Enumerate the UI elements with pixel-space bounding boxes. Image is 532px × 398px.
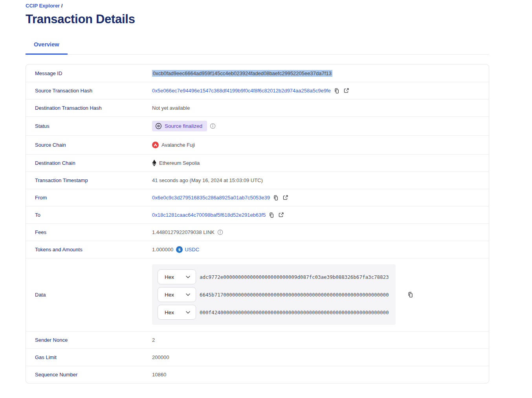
timestamp-value: 41 seconds ago (May 16, 2024 at 15:03:09… [152, 177, 263, 183]
dest-chain-label: Destination Chain [35, 160, 152, 166]
fees-value: 1.4480127922079038 LINK [152, 229, 215, 235]
data-hex-value: 000f424000000000000000000000000000000000… [200, 310, 389, 315]
data-line: Hex 000f42400000000000000000000000000000… [158, 305, 390, 320]
row-from: From 0x6e0c9c3d279516835c286a8925a01ab7c… [26, 189, 489, 206]
status-badge-label: Source finalized [165, 123, 202, 129]
chevron-down-icon [186, 276, 190, 278]
dest-tx-hash-value: Not yet available [152, 105, 190, 111]
source-tx-hash-label: Source Transaction Hash [35, 88, 152, 94]
hex-format-select[interactable]: Hex [158, 287, 196, 302]
row-message-id: Message ID 0xcb0fad9eec6664ad959f145cc4e… [26, 64, 489, 82]
copy-icon[interactable] [334, 88, 340, 94]
status-label: Status [35, 123, 152, 129]
from-label: From [35, 195, 152, 201]
svg-text:$: $ [178, 247, 181, 252]
info-icon[interactable] [210, 123, 216, 129]
tokens-label: Tokens and Amounts [35, 247, 152, 252]
data-label: Data [35, 292, 152, 298]
row-dest-chain: Destination Chain Ethereum Sepolia [26, 154, 489, 171]
transaction-details-card: Message ID 0xcb0fad9eec6664ad959f145cc4e… [26, 64, 489, 383]
dest-chain-value: Ethereum Sepolia [159, 160, 200, 166]
usdc-token-link[interactable]: $ USDC [176, 246, 199, 253]
row-source-tx-hash: Source Transaction Hash 0x5e066ec7e94496… [26, 82, 489, 99]
row-data: Data Hex adc9772e00000000000000000000000… [26, 258, 489, 331]
row-source-chain: Source Chain Avalanche Fuji [26, 135, 489, 154]
to-address-link[interactable]: 0x18c1281caac64c70098baf5f618d52e291eb63… [152, 212, 266, 218]
row-sender-nonce: Sender Nonce 2 [26, 331, 489, 348]
chevron-down-icon [186, 293, 190, 296]
avalanche-icon [152, 142, 159, 148]
status-badge: Source finalized [152, 121, 207, 131]
row-sequence-number: Sequence Number 10860 [26, 366, 489, 383]
hex-select-value: Hex [165, 274, 174, 280]
tab-overview[interactable]: Overview [26, 38, 68, 55]
copy-icon[interactable] [268, 212, 275, 218]
copy-icon[interactable] [407, 291, 414, 298]
source-chain-value: Avalanche Fuji [161, 142, 195, 148]
row-tokens-and-amounts: Tokens and Amounts 1.000000 $ USDC [26, 241, 489, 258]
token-amount-value: 1.000000 [152, 247, 173, 252]
row-status: Status Source finalized [26, 116, 489, 135]
breadcrumb-separator: / [61, 3, 63, 9]
data-hex-value: adc9772e0000000000000000000000009d087fc0… [200, 274, 389, 280]
sequence-number-value: 10860 [152, 372, 166, 378]
page-title: Transaction Details [26, 12, 489, 26]
message-id-label: Message ID [35, 70, 152, 76]
info-icon[interactable] [217, 229, 223, 235]
external-link-icon[interactable] [278, 212, 284, 218]
row-timestamp: Transaction Timestamp 41 seconds ago (Ma… [26, 171, 489, 189]
row-gas-limit: Gas Limit 200000 [26, 348, 489, 366]
from-address-link[interactable]: 0x6e0c9c3d279516835c286a8925a01ab7c5053e… [152, 195, 270, 201]
external-link-icon[interactable] [283, 195, 288, 201]
chevron-down-icon [186, 311, 190, 314]
row-to: To 0x18c1281caac64c70098baf5f618d52e291e… [26, 206, 489, 223]
data-box: Hex adc9772e0000000000000000000000009d08… [152, 264, 396, 325]
sequence-number-label: Sequence Number [35, 372, 152, 378]
hex-format-select[interactable]: Hex [158, 305, 196, 320]
to-label: To [35, 212, 152, 218]
gas-limit-label: Gas Limit [35, 354, 152, 360]
tab-bar: Overview [26, 38, 489, 55]
usdc-icon: $ [176, 246, 183, 253]
data-line: Hex 6645b7170000000000000000000000000000… [158, 287, 390, 302]
ethereum-icon [152, 160, 156, 166]
source-chain-label: Source Chain [35, 142, 152, 148]
fees-label: Fees [35, 229, 152, 235]
sender-nonce-label: Sender Nonce [35, 337, 152, 343]
message-id-value: 0xcb0fad9eec6664ad959f145cc4eb023924fade… [152, 70, 332, 77]
hex-select-value: Hex [165, 292, 174, 298]
breadcrumb-ccip-explorer-link[interactable]: CCIP Explorer [26, 3, 60, 9]
breadcrumb: CCIP Explorer / [26, 3, 489, 9]
row-fees: Fees 1.4480127922079038 LINK [26, 223, 489, 241]
timestamp-label: Transaction Timestamp [35, 177, 152, 183]
row-dest-tx-hash: Destination Transaction Hash Not yet ava… [26, 99, 489, 116]
sender-nonce-value: 2 [152, 337, 155, 343]
source-finalized-icon [155, 123, 162, 129]
external-link-icon[interactable] [343, 88, 349, 94]
gas-limit-value: 200000 [152, 354, 169, 360]
hex-format-select[interactable]: Hex [158, 269, 196, 284]
dest-tx-hash-label: Destination Transaction Hash [35, 105, 152, 111]
source-tx-hash-link[interactable]: 0x5e066ec7e94496e1547c368df4199b9f0c4f8f… [152, 88, 331, 94]
copy-icon[interactable] [273, 195, 279, 201]
transaction-details-page: CCIP Explorer / Transaction Details Over… [26, 0, 489, 383]
hex-select-value: Hex [165, 310, 174, 315]
data-hex-value: 6645b71700000000000000000000000000000000… [200, 292, 389, 298]
data-line: Hex adc9772e0000000000000000000000009d08… [158, 269, 390, 284]
usdc-token-label: USDC [185, 247, 199, 252]
